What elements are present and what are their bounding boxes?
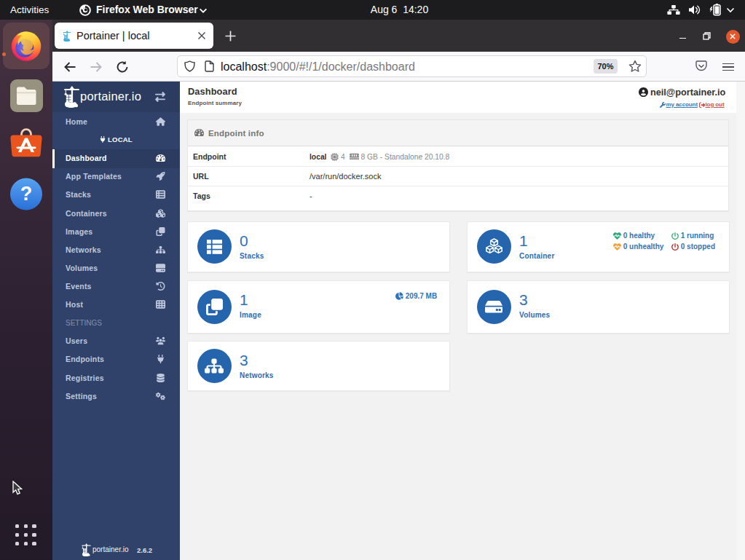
svg-text:?: ? [20,183,33,205]
